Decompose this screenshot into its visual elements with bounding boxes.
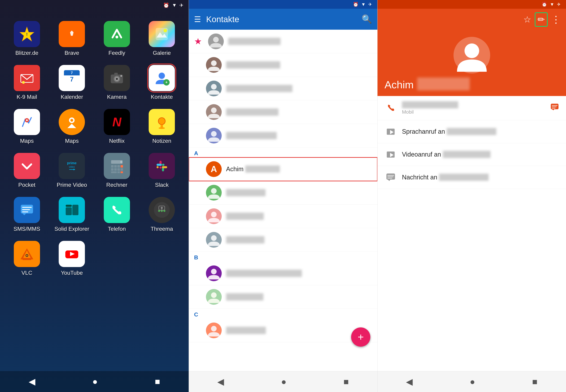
- contact-detail-panel: ⏰ ▼ ✈ ☆ ✏ ⋮ Achim Lastname: [377, 0, 566, 392]
- svg-text:!: !: [26, 32, 28, 37]
- svg-point-38: [159, 127, 165, 129]
- svg-point-10: [22, 81, 25, 84]
- svg-point-32: [70, 119, 73, 122]
- app-netflix[interactable]: N Netflix: [95, 105, 139, 148]
- app-galerie[interactable]: Galerie: [140, 17, 184, 60]
- app-telefon[interactable]: Telefon: [95, 193, 139, 236]
- contact-row[interactable]: Contact Name 5: [189, 124, 377, 147]
- threema-icon: [149, 197, 175, 223]
- home-button[interactable]: ●: [84, 374, 106, 389]
- app-kalender[interactable]: 7 7 Kalender: [50, 61, 94, 104]
- achim-avatar: A: [206, 161, 222, 177]
- contacts-recent-button[interactable]: ■: [335, 374, 357, 389]
- phone-content: Phone Number Mobil: [402, 101, 545, 115]
- app-k9mail[interactable]: K-9 Mail: [5, 61, 49, 104]
- app-vlc[interactable]: VLC: [5, 237, 49, 280]
- app-rechner[interactable]: 0 Rechner: [95, 149, 139, 192]
- contact-row[interactable]: Contact Name Long: [189, 77, 377, 100]
- contacts-panel: ⏰ ▼ ✈ ☰ Kontakte 🔍 ★ Contact Name 1 Cont…: [189, 0, 377, 392]
- svg-point-83: [161, 207, 163, 209]
- app-youtube[interactable]: YouTube: [50, 237, 94, 280]
- app-sms[interactable]: SMS/MMS: [5, 193, 49, 236]
- solid-label: Solid Explorer: [55, 226, 89, 232]
- app-pocket[interactable]: Pocket: [5, 149, 49, 192]
- contact-row[interactable]: ★ Contact Name 1: [189, 30, 377, 53]
- contact-avatar: [206, 81, 222, 96]
- contact-name: Contact Name 2: [226, 61, 280, 69]
- svg-text:prime: prime: [67, 161, 76, 165]
- svg-rect-76: [66, 205, 72, 207]
- recent-button[interactable]: ■: [146, 374, 169, 389]
- contact-row[interactable]: Contact Name 2: [189, 53, 377, 77]
- app-notizen[interactable]: Notizen: [140, 105, 184, 148]
- achim-contact-row[interactable]: A Achim Lastname: [189, 157, 377, 181]
- contact-row[interactable]: Contact B2: [189, 285, 377, 309]
- achim-name: Achim Lastname: [226, 166, 280, 173]
- detail-recent-button[interactable]: ■: [523, 374, 546, 389]
- home-status-bar: ⏰ ▼ ✈: [0, 0, 189, 11]
- svg-rect-75: [72, 205, 78, 215]
- app-maps1[interactable]: Maps: [5, 105, 49, 148]
- app-feedly[interactable]: Feedly: [95, 17, 139, 60]
- app-brave[interactable]: Brave: [50, 17, 94, 60]
- blitzer-icon: !: [14, 21, 40, 47]
- video-call-field[interactable]: Videoanruf an Contact Value: [377, 143, 566, 166]
- app-prime[interactable]: prime video Prime Video: [50, 149, 94, 192]
- svg-point-111: [211, 269, 217, 274]
- youtube-label: YouTube: [61, 270, 83, 276]
- app-threema[interactable]: Threema: [140, 193, 184, 236]
- svg-text:N: N: [112, 115, 122, 129]
- phone-field[interactable]: Phone Number Mobil: [377, 96, 566, 120]
- contact-row[interactable]: Contact A4: [189, 228, 377, 252]
- svg-point-97: [211, 60, 217, 66]
- svg-rect-53: [117, 168, 120, 171]
- netflix-label: Netflix: [109, 138, 125, 144]
- app-blitzer[interactable]: ! Blitzer.de: [5, 17, 49, 60]
- section-letter-a: A: [189, 147, 377, 157]
- voice-call-field[interactable]: Sprachanruf an Contact Value: [377, 120, 566, 143]
- sms-action-icon[interactable]: [550, 103, 559, 113]
- svg-text:7: 7: [71, 71, 73, 75]
- detail-status-bar: ⏰ ▼ ✈: [377, 0, 566, 9]
- contacts-list: ★ Contact Name 1 Contact Name 2 Contact …: [189, 30, 377, 371]
- message-field[interactable]: Nachricht an Contact Value: [377, 166, 566, 189]
- contacts-home-button[interactable]: ●: [272, 374, 295, 389]
- detail-contact-name: Achim: [384, 79, 414, 91]
- contacts-back-button[interactable]: ◀: [209, 374, 233, 389]
- svg-rect-55: [111, 171, 117, 173]
- feedly-label: Feedly: [108, 50, 125, 56]
- svg-rect-61: [157, 164, 162, 166]
- detail-home-button[interactable]: ●: [461, 374, 484, 389]
- section-letter-b: B: [189, 252, 377, 262]
- rechner-label: Rechner: [106, 182, 127, 188]
- back-button[interactable]: ◀: [20, 374, 44, 389]
- app-kamera[interactable]: Kamera: [95, 61, 139, 104]
- contact-row[interactable]: Contact B1 Long Name: [189, 262, 377, 285]
- svg-point-24: [159, 73, 165, 79]
- message-value: Nachricht an Contact Value: [402, 174, 559, 181]
- svg-rect-77: [109, 202, 125, 218]
- app-maps2[interactable]: Maps: [50, 105, 94, 148]
- more-options-button[interactable]: ⋮: [549, 12, 563, 27]
- contact-row[interactable]: Contact A2: [189, 181, 377, 205]
- add-contact-fab[interactable]: +: [351, 327, 370, 347]
- contact-row[interactable]: Contact C1: [189, 319, 377, 342]
- contact-row[interactable]: Contact A3: [189, 205, 377, 228]
- favorite-button[interactable]: ☆: [522, 13, 533, 26]
- svg-rect-57: [120, 171, 123, 173]
- menu-icon[interactable]: ☰: [194, 15, 201, 24]
- search-icon[interactable]: 🔍: [362, 14, 372, 24]
- app-kontakte[interactable]: + Kontakte: [140, 61, 184, 104]
- maps2-icon: [59, 109, 85, 135]
- detail-back-button[interactable]: ◀: [397, 374, 421, 389]
- vlc-label: VLC: [21, 270, 32, 276]
- contact-row[interactable]: Contact Name 4: [189, 100, 377, 124]
- svg-rect-64: [162, 164, 164, 166]
- youtube-icon: [59, 241, 85, 267]
- app-solid[interactable]: Solid Explorer: [50, 193, 94, 236]
- contact-avatar: [206, 232, 222, 248]
- svg-rect-51: [111, 168, 114, 171]
- edit-button[interactable]: ✏: [535, 12, 548, 27]
- detail-nav-bar: ◀ ● ■: [377, 371, 566, 392]
- app-slack[interactable]: Slack: [140, 149, 184, 192]
